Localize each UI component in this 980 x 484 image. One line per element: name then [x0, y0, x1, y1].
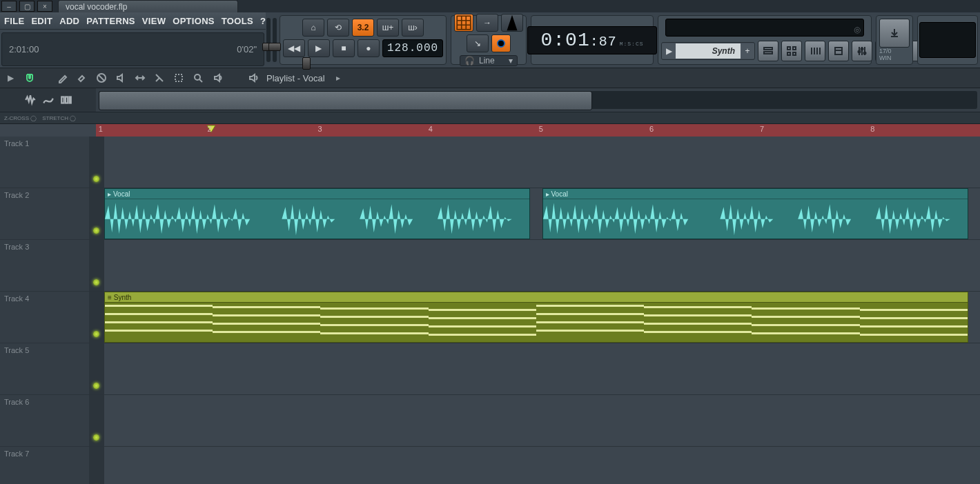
channel-prev-button[interactable]: ▶	[662, 43, 676, 59]
playlist-title-chevron-icon[interactable]: ▸	[332, 72, 344, 84]
bar-number: 8	[870, 125, 874, 133]
project-filename[interactable]: vocal vocoder.flp	[58, 0, 238, 13]
track-lane[interactable]	[104, 137, 980, 188]
track-lane[interactable]: ▸Vocal ▸Vocal	[104, 188, 980, 239]
menu-add[interactable]: ADD	[59, 16, 79, 26]
menu-help[interactable]: ?	[260, 16, 266, 26]
audio-clip-vocal[interactable]: ▸Vocal	[104, 188, 530, 239]
svg-rect-2	[764, 52, 772, 54]
track-label[interactable]: Track 1	[0, 137, 89, 188]
stop-button[interactable]: ■	[333, 39, 355, 57]
minimize-button[interactable]: –	[1, 1, 17, 12]
pattern-mode-button[interactable]: ⌂	[302, 19, 324, 37]
track-mute-led[interactable]	[93, 331, 99, 337]
play-button[interactable]: ▶	[308, 39, 330, 57]
track-lane[interactable]	[104, 447, 980, 484]
stepseq-window-button[interactable]	[781, 41, 802, 61]
bar-number: 3	[318, 125, 322, 133]
track-mute-led[interactable]	[93, 279, 99, 285]
save-button[interactable]	[879, 19, 910, 48]
menu-edit[interactable]: EDIT	[31, 16, 52, 26]
playback-tool[interactable]	[211, 72, 224, 84]
track-mute-led[interactable]	[93, 228, 99, 234]
bar-number: 6	[649, 125, 654, 133]
mixer-window-button[interactable]	[852, 41, 872, 61]
horizontal-scrollbar[interactable]	[99, 91, 977, 109]
menu-view[interactable]: VIEW	[142, 16, 166, 26]
automation-mode-icon[interactable]	[42, 94, 55, 106]
pattern-clip-synth[interactable]: ≡Synth	[104, 292, 968, 343]
menu-patterns[interactable]: PATTERNS	[86, 16, 135, 26]
track-label[interactable]: Track 3	[0, 240, 89, 291]
metronome-prev-button[interactable]: ш+	[377, 19, 399, 37]
link-toggle[interactable]	[491, 34, 511, 52]
pat-song-display[interactable]: 3.2	[352, 19, 374, 37]
menu-tools[interactable]: TOOLS	[222, 16, 253, 26]
track-row[interactable]: Track 7	[0, 447, 980, 484]
track-row[interactable]: Track 1	[0, 137, 980, 188]
zcross-toggle[interactable]: Z-CROSS ◯	[4, 115, 37, 121]
channel-add-button[interactable]: +	[741, 43, 754, 59]
mute-tool[interactable]	[115, 72, 127, 84]
track-label[interactable]: Track 4	[0, 292, 89, 343]
clip-audio-icon: ▸	[546, 190, 549, 198]
main-time-display[interactable]: 0:01 :87 M:S:CS	[527, 26, 656, 54]
song-mode-button[interactable]: ⟲	[327, 19, 349, 37]
paint-tool[interactable]	[76, 72, 88, 84]
step-seq-toggle[interactable]: →	[476, 14, 498, 32]
track-mute-led[interactable]	[93, 434, 99, 441]
menu-options[interactable]: OPTIONS	[173, 16, 215, 26]
pianoroll-window-button[interactable]	[805, 41, 825, 61]
browser-window-button[interactable]	[828, 41, 849, 61]
track-row[interactable]: Track 3	[0, 240, 980, 292]
track-label[interactable]: Track 6	[0, 395, 89, 446]
channel-selector[interactable]: ▶ Synth +	[661, 42, 755, 60]
track-row[interactable]: Track 4 ≡Synth	[0, 292, 980, 343]
main-pitch-fader[interactable]	[266, 12, 272, 68]
metronome-next-button[interactable]: ш›	[402, 19, 424, 37]
maximize-button[interactable]: ▢	[19, 1, 35, 12]
playlist-toolbar: ▶ Playlist - Vocal ▸	[0, 68, 980, 88]
bar-number: 7	[760, 125, 764, 133]
bar-number: 1	[99, 125, 103, 133]
pattern-mode-icon[interactable]	[60, 94, 72, 106]
menu-file[interactable]: FILE	[4, 16, 24, 26]
track-label[interactable]: Track 2	[0, 188, 89, 239]
track-label[interactable]: Track 7	[0, 447, 89, 484]
select-tool[interactable]	[173, 72, 185, 84]
track-row[interactable]: Track 6	[0, 395, 980, 447]
delete-tool[interactable]	[95, 72, 108, 84]
track-row[interactable]: Track 2 ▸Vocal ▸Vocal	[0, 188, 980, 240]
track-mute-led[interactable]	[93, 383, 99, 389]
visualizer-menu-icon[interactable]: ◎	[854, 25, 861, 34]
bar-ruler[interactable]: 1 2 3 4 5 6 7 8	[96, 124, 980, 137]
draw-tool[interactable]	[57, 72, 69, 84]
piano-roll-toggle[interactable]	[454, 14, 473, 32]
track-mute-led[interactable]	[93, 176, 99, 182]
audio-clip-vocal[interactable]: ▸Vocal	[542, 188, 968, 239]
stretch-toggle[interactable]: STRETCH ◯	[42, 115, 76, 121]
track-lane[interactable]	[104, 240, 980, 291]
zoom-tool[interactable]	[192, 72, 204, 84]
waveform-mode-icon[interactable]	[24, 94, 37, 106]
track-lane[interactable]	[104, 395, 980, 446]
wait-input-toggle[interactable]: ↘	[467, 34, 489, 52]
track-label[interactable]: Track 5	[0, 343, 89, 394]
snap-mode-select[interactable]: 🎧 Line ▾	[460, 55, 518, 66]
clip-pattern-icon: ≡	[108, 294, 112, 301]
slice-tool[interactable]	[153, 72, 166, 84]
tempo-display[interactable]: 128.000	[382, 39, 443, 57]
playlist-window-button[interactable]	[758, 41, 778, 61]
main-volume-fader[interactable]	[272, 12, 278, 68]
track-lane[interactable]	[104, 343, 980, 394]
close-button[interactable]: ×	[37, 1, 52, 12]
playlist-menu-button[interactable]: ▶	[4, 72, 17, 84]
headphones-icon: 🎧	[464, 56, 475, 65]
record-button[interactable]: ●	[357, 39, 380, 57]
track-row[interactable]: Track 5	[0, 343, 980, 395]
track-lane[interactable]: ≡Synth	[104, 292, 980, 343]
slip-tool[interactable]	[134, 72, 146, 84]
metronome-toggle[interactable]	[501, 14, 523, 32]
rewind-button[interactable]: ◀◀	[283, 39, 305, 57]
magnet-snap-button[interactable]	[23, 72, 36, 84]
